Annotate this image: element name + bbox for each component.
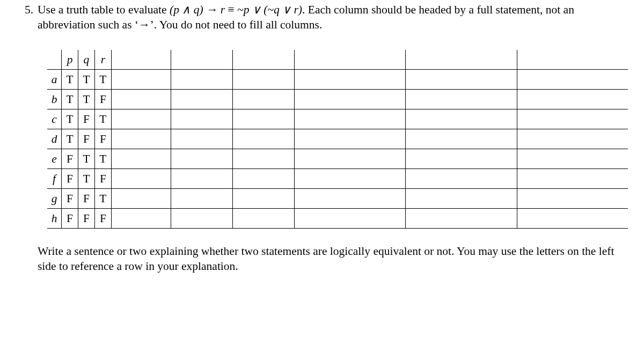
cell-blank-6 <box>517 208 628 228</box>
cell-blank-4 <box>294 129 405 149</box>
followup-text: Write a sentence or two explaining wheth… <box>38 244 628 274</box>
cell-rowlabel: c <box>47 109 62 129</box>
cell-blank-5 <box>406 208 517 228</box>
cell-q: T <box>78 69 95 89</box>
page: 5. Use a truth table to evaluate (p ∧ q)… <box>0 0 644 274</box>
truth-table: p q r aTTTbTTFcTFTdTFFeF <box>47 50 628 229</box>
cell-blank-3 <box>232 168 294 188</box>
cell-blank-5 <box>406 89 517 109</box>
cell-blank-5 <box>406 109 517 129</box>
cell-r: F <box>94 89 111 109</box>
table-row: aTTT <box>47 69 628 89</box>
col-blank-1 <box>111 50 171 70</box>
cell-q: T <box>78 89 95 109</box>
cell-rowlabel: e <box>47 149 62 168</box>
cell-blank-6 <box>517 89 628 109</box>
cell-r: F <box>94 208 111 228</box>
cell-r: T <box>94 188 111 208</box>
cell-r: T <box>94 149 111 168</box>
col-q: q <box>78 50 95 70</box>
cell-q: F <box>78 188 95 208</box>
equiv-sign: ≡ <box>225 3 237 16</box>
cell-blank-2 <box>171 89 233 109</box>
col-p: p <box>62 50 78 70</box>
problem-statement: Use a truth table to evaluate (p ∧ q) → … <box>38 2 628 33</box>
cell-p: T <box>62 129 78 149</box>
col-rowlabel <box>47 50 62 70</box>
table-row: fFTF <box>47 168 628 188</box>
cell-q: T <box>78 149 95 168</box>
cell-blank-2 <box>171 129 233 149</box>
cell-q: F <box>78 109 95 129</box>
cell-blank-1 <box>111 69 171 89</box>
cell-blank-3 <box>232 149 294 168</box>
cell-p: T <box>62 109 78 129</box>
cell-blank-4 <box>294 69 405 89</box>
col-r: r <box>94 50 111 70</box>
cell-r: F <box>94 129 111 149</box>
table-row: eFTT <box>47 149 628 168</box>
cell-rowlabel: d <box>47 129 62 149</box>
cell-blank-1 <box>111 208 171 228</box>
cell-rowlabel: b <box>47 89 62 109</box>
table-row: gFFT <box>47 188 628 208</box>
problem-body: Use a truth table to evaluate (p ∧ q) → … <box>38 2 628 274</box>
cell-blank-6 <box>517 109 628 129</box>
cell-p: T <box>62 89 78 109</box>
cell-r: T <box>94 109 111 129</box>
cell-blank-1 <box>111 149 171 168</box>
table-header-row: p q r <box>47 50 628 70</box>
cell-blank-2 <box>171 208 233 228</box>
cell-blank-4 <box>294 208 405 228</box>
table-row: cTFT <box>47 109 628 129</box>
cell-r: T <box>94 69 111 89</box>
cell-p: F <box>62 208 78 228</box>
cell-blank-2 <box>171 69 233 89</box>
arrow-symbol: → <box>138 18 150 31</box>
cell-blank-3 <box>232 208 294 228</box>
cell-r: F <box>94 168 111 188</box>
col-blank-4 <box>294 50 405 70</box>
col-blank-6 <box>517 50 628 70</box>
cell-p: F <box>62 149 78 168</box>
cell-q: F <box>78 208 95 228</box>
cell-rowlabel: g <box>47 188 62 208</box>
cell-p: T <box>62 69 78 89</box>
table-row: bTTF <box>47 89 628 109</box>
col-blank-5 <box>406 50 517 70</box>
col-blank-3 <box>232 50 294 70</box>
col-blank-2 <box>171 50 233 70</box>
cell-blank-2 <box>171 168 233 188</box>
cell-blank-5 <box>406 168 517 188</box>
cell-blank-1 <box>111 188 171 208</box>
cell-blank-1 <box>111 168 171 188</box>
problem: 5. Use a truth table to evaluate (p ∧ q)… <box>16 2 628 274</box>
cell-rowlabel: f <box>47 168 62 188</box>
cell-blank-6 <box>517 188 628 208</box>
cell-rowlabel: h <box>47 208 62 228</box>
expr-left: (p ∧ q) → r <box>170 3 225 16</box>
cell-blank-2 <box>171 149 233 168</box>
table-row: hFFF <box>47 208 628 228</box>
cell-blank-1 <box>111 89 171 109</box>
truth-table-wrap: p q r aTTTbTTFcTFTdTFFeF <box>47 50 628 229</box>
cell-blank-4 <box>294 168 405 188</box>
cell-blank-3 <box>232 69 294 89</box>
cell-blank-4 <box>294 109 405 129</box>
cell-blank-5 <box>406 188 517 208</box>
problem-number: 5. <box>16 2 38 274</box>
cell-blank-1 <box>111 109 171 129</box>
table-body: aTTTbTTFcTFTdTFFeFTTfFTFgFFThFFF <box>47 69 628 228</box>
cell-blank-3 <box>232 129 294 149</box>
prompt-post2: ’. You do not need to fill all columns. <box>150 18 323 31</box>
cell-rowlabel: a <box>47 69 62 89</box>
cell-blank-4 <box>294 188 405 208</box>
cell-blank-6 <box>517 149 628 168</box>
cell-blank-5 <box>406 129 517 149</box>
cell-blank-5 <box>406 149 517 168</box>
cell-blank-6 <box>517 168 628 188</box>
cell-blank-4 <box>294 89 405 109</box>
cell-q: T <box>78 168 95 188</box>
cell-p: F <box>62 188 78 208</box>
cell-blank-3 <box>232 89 294 109</box>
